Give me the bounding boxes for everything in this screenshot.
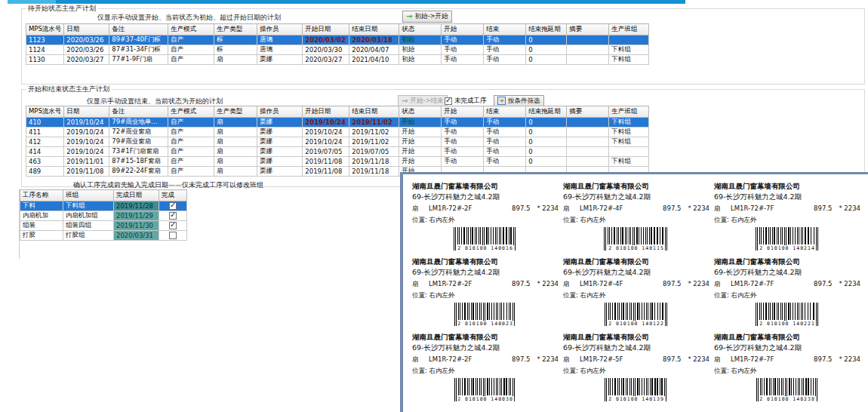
column-header[interactable]: 生产模式 bbox=[168, 106, 214, 118]
column-header[interactable]: 工序名称 bbox=[20, 190, 63, 201]
grid-cell[interactable]: 手动 bbox=[442, 137, 484, 147]
grid-cell[interactable]: 2019/11/08 bbox=[64, 167, 109, 177]
grid-cell[interactable] bbox=[567, 157, 609, 167]
grid-cell[interactable]: 开始 bbox=[399, 137, 442, 147]
grid-cell[interactable] bbox=[567, 128, 609, 137]
grid-cell[interactable] bbox=[609, 35, 649, 45]
grid-cell[interactable]: 栗娜 bbox=[257, 118, 303, 128]
grid-cell[interactable]: 下料组 bbox=[63, 201, 114, 211]
table-row[interactable]: 下料下料组2019/11/28 bbox=[20, 201, 187, 211]
grid-cell[interactable]: 2019/10/24 bbox=[303, 128, 349, 137]
grid-cell[interactable]: 手动 bbox=[442, 118, 484, 128]
grid-cell[interactable]: 内扇机加组 bbox=[63, 211, 114, 221]
grid-cell[interactable]: 1130 bbox=[26, 55, 64, 65]
grid-cell[interactable]: 自产 bbox=[168, 157, 214, 167]
grid-cell[interactable]: 2019/11/29 bbox=[114, 211, 159, 221]
grid-cell[interactable]: 打胶 bbox=[20, 231, 63, 241]
grid-cell[interactable]: 79#商业窗扇 bbox=[109, 137, 168, 147]
table-row[interactable]: 11242020/03/2687#31-34F门框自产框唐璃2020/03/30… bbox=[26, 45, 649, 55]
grid-cell[interactable]: 扇 bbox=[214, 167, 257, 177]
grid-cell[interactable]: 2019/11/02 bbox=[349, 118, 399, 128]
column-header[interactable]: 生产班组 bbox=[609, 24, 649, 35]
column-header[interactable]: 结束日期 bbox=[349, 106, 399, 118]
grid-cell[interactable]: 2020/03/30 bbox=[303, 45, 349, 55]
done-checkbox[interactable] bbox=[169, 222, 177, 229]
grid-cell[interactable]: 89#37-40F门框 bbox=[109, 35, 168, 45]
grid-cell[interactable]: 手动 bbox=[442, 147, 484, 157]
table-row[interactable]: 打胶打胶组2020/03/31 bbox=[20, 231, 187, 241]
start-to-end-button[interactable]: → 开始->结束 bbox=[398, 95, 448, 106]
column-header[interactable]: 开始 bbox=[442, 106, 484, 118]
grid-cell[interactable] bbox=[567, 55, 609, 65]
grid-cell[interactable]: 自产 bbox=[168, 118, 214, 128]
grid-cell[interactable]: 扇 bbox=[214, 128, 257, 137]
column-header[interactable]: 生产班组 bbox=[609, 106, 649, 118]
grid-cell[interactable]: 414 bbox=[26, 147, 64, 157]
grid-cell[interactable]: 手动 bbox=[484, 157, 526, 167]
grid-cell[interactable]: 手动 bbox=[442, 55, 484, 65]
grid-cell[interactable]: 79#商业地单… bbox=[109, 118, 168, 128]
grid-cell[interactable]: 内扇机加 bbox=[20, 211, 63, 221]
table-row[interactable]: 4112019/10/2472#商业窗扇自产扇栗娜2019/10/242019/… bbox=[26, 128, 649, 137]
done-checkbox[interactable] bbox=[169, 212, 177, 220]
grid-cell[interactable]: 下料组 bbox=[609, 128, 649, 137]
grid-cell[interactable]: 2019/10/24 bbox=[64, 147, 109, 157]
grid-cell[interactable]: 77#1-9F门扇 bbox=[109, 55, 168, 65]
grid-cell[interactable]: 栗娜 bbox=[257, 157, 303, 167]
grid-cell[interactable]: 自产 bbox=[168, 137, 214, 147]
grid-cell[interactable]: 412 bbox=[26, 137, 64, 147]
column-header[interactable]: 状态 bbox=[399, 106, 442, 118]
column-header[interactable]: 摘要 bbox=[567, 24, 609, 35]
grid-cell[interactable]: 2019/07/05 bbox=[349, 147, 399, 157]
grid-cell[interactable] bbox=[609, 147, 649, 157]
grid-cell[interactable]: 初始 bbox=[399, 55, 442, 65]
grid-cell[interactable]: 下料 bbox=[20, 201, 63, 211]
grid-cell[interactable]: 框 bbox=[214, 35, 257, 45]
grid-cell[interactable]: 栗娜 bbox=[257, 137, 303, 147]
grid-cell[interactable]: 2019/11/18 bbox=[349, 157, 399, 167]
grid-cell[interactable]: 下料组 bbox=[609, 55, 649, 65]
grid-cell[interactable]: 开始 bbox=[399, 118, 442, 128]
grid-cell[interactable]: 下料组 bbox=[609, 137, 649, 147]
grid-cell[interactable]: 栗娜 bbox=[257, 128, 303, 137]
column-header[interactable]: 操作员 bbox=[257, 24, 303, 35]
column-header[interactable]: 开始日期 bbox=[303, 24, 349, 35]
grid-cell[interactable]: 1123 bbox=[26, 35, 64, 45]
grid-cell[interactable]: 组装四组 bbox=[63, 221, 114, 231]
grid-cell[interactable]: 2019/11/28 bbox=[114, 201, 159, 211]
column-header[interactable]: 生产类型 bbox=[214, 106, 257, 118]
grid-cell[interactable]: 2021/04/10 bbox=[349, 55, 399, 65]
grid-cell[interactable]: 2019/11/08 bbox=[303, 157, 349, 167]
grid-cell[interactable]: 手动 bbox=[484, 147, 526, 157]
grid-cell[interactable]: 411 bbox=[26, 128, 64, 137]
grid-cell[interactable]: 开始 bbox=[399, 157, 442, 167]
done-checkbox[interactable] bbox=[169, 202, 177, 210]
grid-cell[interactable]: 扇 bbox=[214, 147, 257, 157]
column-header[interactable]: 班组 bbox=[63, 190, 114, 201]
grid-cell[interactable]: 手动 bbox=[442, 45, 484, 55]
grid-cell[interactable]: 自产 bbox=[168, 128, 214, 137]
grid-cell[interactable]: 2019/11/30 bbox=[114, 221, 159, 231]
grid-cell[interactable]: 打胶组 bbox=[63, 231, 114, 241]
column-header[interactable]: 完成日期 bbox=[114, 190, 159, 201]
grid-cell[interactable] bbox=[567, 147, 609, 157]
table-row[interactable]: 组装组装四组2019/11/30 bbox=[20, 221, 187, 231]
column-header[interactable]: 结束拖延期 bbox=[526, 106, 567, 118]
grid-cell[interactable]: 87#31-34F门框 bbox=[109, 45, 168, 55]
grid-cell[interactable]: 栗娜 bbox=[257, 55, 303, 65]
grid-cell[interactable]: 2019/10/24 bbox=[64, 128, 109, 137]
column-header[interactable]: 生产类型 bbox=[214, 24, 257, 35]
column-header[interactable]: 摘要 bbox=[567, 106, 609, 118]
grid-cell[interactable]: 自产 bbox=[168, 45, 214, 55]
grid-cell[interactable]: 手动 bbox=[484, 128, 526, 137]
grid-cell[interactable]: 开始 bbox=[399, 147, 442, 157]
table-row[interactable]: 4122019/10/2479#商业窗扇自产扇栗娜2019/10/242019/… bbox=[26, 137, 649, 147]
column-header[interactable]: MPS流水号 bbox=[26, 106, 64, 118]
grid-cell[interactable]: 2020/03/18 bbox=[349, 35, 399, 45]
grid-cell[interactable]: 下料组 bbox=[609, 157, 649, 167]
grid-cell[interactable]: 410 bbox=[26, 118, 64, 128]
table-row[interactable]: 11232020/03/2689#37-40F门框自产框唐璃2020/03/02… bbox=[26, 35, 649, 45]
table-row[interactable]: 内扇机加内扇机加组2019/11/29 bbox=[20, 211, 187, 221]
grid-cell[interactable]: 0 bbox=[526, 118, 567, 128]
grid-cell[interactable]: 2020/03/02 bbox=[303, 35, 349, 45]
